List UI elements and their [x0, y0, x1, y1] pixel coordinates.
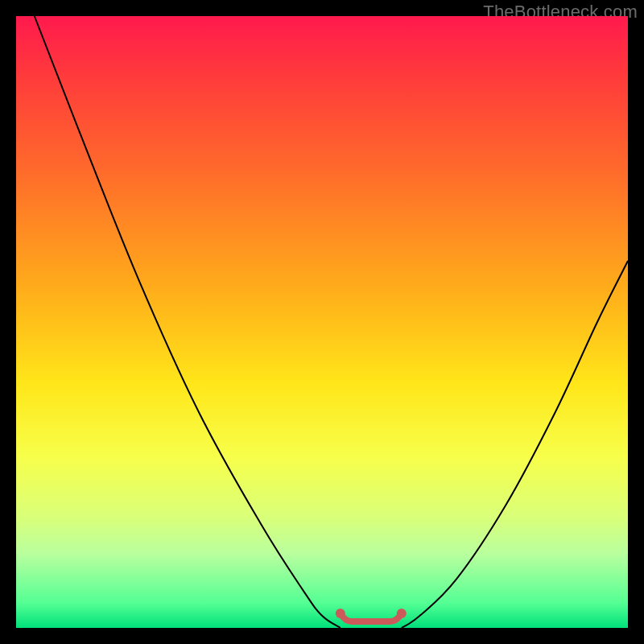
flat-end-dot: [336, 609, 345, 618]
flat-end-dot: [397, 609, 407, 618]
optimal-flat-marker: [341, 613, 402, 621]
chart-svg: [16, 16, 628, 628]
left-curve: [35, 16, 341, 628]
right-curve: [402, 261, 628, 628]
chart-frame: TheBottleneck.com: [0, 0, 644, 644]
plot-area: [16, 16, 628, 628]
